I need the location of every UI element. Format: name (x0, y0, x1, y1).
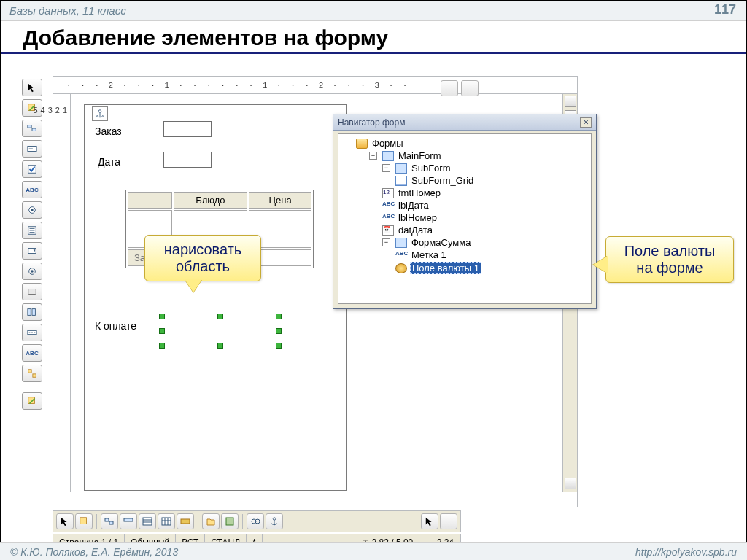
tree-label1[interactable]: ABCМетка 1 (391, 249, 591, 261)
label-tool[interactable]: ABC (22, 181, 42, 198)
currency-field-selection[interactable] (162, 316, 279, 346)
svg-rect-21 (124, 518, 133, 521)
form-paper: Заказ Дата БлюдоЦена Запись К оплате (84, 104, 347, 491)
svg-rect-23 (162, 518, 171, 525)
form-control-tool[interactable] (22, 120, 42, 137)
bt-nav-icon[interactable] (177, 513, 194, 529)
design-mode-tool[interactable] (22, 99, 42, 117)
breadcrumb: Базы данных, 11 класс (9, 4, 126, 17)
footer-url: http://kpolyakov.spb.ru (635, 546, 737, 558)
scroll-down-button[interactable] (565, 478, 576, 489)
grid-col-dish[interactable]: Блюдо (174, 192, 248, 209)
page-number: 117 (714, 2, 736, 18)
anchor-icon (92, 106, 108, 121)
date-field[interactable] (163, 152, 212, 168)
vertical-ruler: 12345 (53, 94, 71, 492)
bt-design-icon[interactable] (75, 513, 93, 529)
tree-lblnum[interactable]: ABClblНомер (378, 211, 591, 224)
svg-rect-19 (105, 518, 109, 521)
order-field[interactable] (163, 121, 212, 137)
scroll-up-button[interactable] (565, 96, 576, 107)
control-palette: ABC ABC (22, 79, 47, 413)
date-label: Дата (98, 156, 120, 168)
pointer-tool[interactable] (22, 79, 42, 96)
more-tool[interactable] (22, 365, 42, 382)
svg-rect-11 (28, 289, 36, 295)
bt-table-icon[interactable] (120, 513, 137, 529)
tree-mainform[interactable]: −MainForm (365, 149, 591, 162)
toolbar-right (441, 80, 484, 98)
callout-draw-area: нарисовать область (144, 235, 261, 281)
svg-rect-16 (33, 374, 36, 377)
svg-point-10 (31, 270, 34, 273)
bt-form-icon[interactable] (139, 513, 156, 529)
tree-subform-grid[interactable]: SubForm_Grid (391, 174, 591, 187)
footer: © К.Ю. Поляков, Е.А. Ерёмин, 2013 http:/… (0, 542, 747, 560)
svg-rect-25 (226, 518, 233, 525)
order-label: Заказ (95, 125, 122, 137)
svg-rect-20 (109, 521, 113, 524)
tree-currency-field[interactable]: Поле валюты 1 (391, 261, 591, 275)
tree-fmtnum[interactable]: 12fmtНомер (378, 187, 591, 199)
form-navigator-titlebar[interactable]: Навигатор форм ✕ (333, 114, 596, 131)
horizontal-ruler: · · · 2 · · · 1 · · · · · · 1 · · · 2 · … (53, 77, 577, 94)
bt-more-icon[interactable] (440, 513, 457, 529)
bt-link-icon[interactable] (247, 513, 264, 529)
svg-point-6 (31, 209, 34, 211)
form-navigator-title: Навигатор форм (338, 117, 405, 128)
radio-tool[interactable] (22, 201, 42, 219)
tree-subform[interactable]: −SubForm (378, 162, 591, 174)
push-button-tool[interactable] (22, 283, 42, 300)
nav-bar-tool[interactable] (22, 324, 42, 341)
callout-currency-field: Поле валюты на форме (605, 236, 734, 283)
combo-tool[interactable] (22, 242, 42, 260)
abc-tool[interactable]: ABC (22, 344, 42, 362)
bt-pointer2-icon[interactable] (421, 513, 438, 529)
close-icon[interactable]: ✕ (580, 117, 592, 128)
grid-col-price[interactable]: Цена (249, 192, 311, 209)
tree-lbldate[interactable]: ABClblДата (378, 199, 591, 211)
checkbox-tool[interactable] (22, 160, 42, 178)
wizard-tool[interactable] (22, 392, 42, 410)
header-strip: Базы данных, 11 класс 117 (1, 1, 746, 21)
svg-rect-22 (143, 518, 152, 525)
tree-datdate[interactable]: 📅datДата (378, 224, 591, 236)
svg-rect-12 (28, 309, 31, 316)
toolbar-button-a[interactable] (441, 80, 458, 96)
bt-edit-icon[interactable] (101, 513, 118, 529)
bt-grid-icon[interactable] (158, 513, 175, 529)
image-tool[interactable] (22, 262, 42, 280)
svg-rect-1 (28, 125, 31, 128)
listbox-tool[interactable] (22, 222, 42, 239)
total-label: К оплате (95, 320, 136, 332)
svg-rect-2 (32, 128, 36, 131)
page-title: Добавление элементов на форму (1, 21, 746, 54)
form-navigator-window[interactable]: Навигатор форм ✕ Формы −MainForm −SubFor… (333, 114, 597, 309)
tree-root[interactable]: Формы (352, 137, 591, 149)
textbox-tool[interactable] (22, 140, 42, 158)
svg-rect-15 (28, 370, 31, 373)
svg-rect-18 (80, 518, 87, 524)
tree-sumform[interactable]: −ФормаСумма (378, 236, 591, 249)
bt-save-icon[interactable] (221, 513, 239, 529)
bottom-toolbar (53, 510, 461, 532)
svg-rect-17 (28, 397, 35, 404)
bt-anchor-icon[interactable] (266, 513, 283, 529)
toolbar-button-b[interactable] (461, 80, 479, 96)
copyright: © К.Ю. Поляков, Е.А. Ерёмин, 2013 (10, 546, 178, 558)
svg-rect-24 (181, 519, 190, 524)
bt-pointer-icon[interactable] (56, 513, 74, 529)
form-navigator-tree[interactable]: Формы −MainForm −SubForm SubForm_Grid 12… (338, 133, 592, 304)
svg-rect-13 (32, 309, 35, 316)
bt-open-icon[interactable] (202, 513, 220, 529)
option-tool[interactable] (22, 303, 42, 321)
